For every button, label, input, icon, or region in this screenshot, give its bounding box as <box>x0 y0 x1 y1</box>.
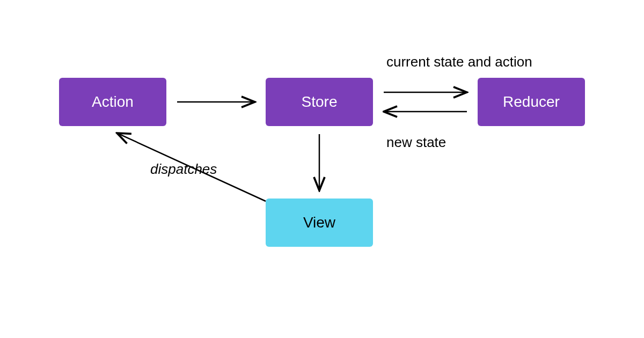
node-action: Action <box>59 78 166 126</box>
node-view-label: View <box>303 214 335 231</box>
label-new-state: new state <box>386 134 446 151</box>
node-view: View <box>266 199 373 247</box>
label-current-state-action: current state and action <box>386 54 532 70</box>
node-reducer: Reducer <box>478 78 585 126</box>
arrows-layer <box>0 0 644 338</box>
label-dispatches: dispatches <box>150 161 217 178</box>
node-reducer-label: Reducer <box>503 93 560 111</box>
node-action-label: Action <box>92 93 134 111</box>
node-store: Store <box>266 78 373 126</box>
node-store-label: Store <box>302 93 338 111</box>
